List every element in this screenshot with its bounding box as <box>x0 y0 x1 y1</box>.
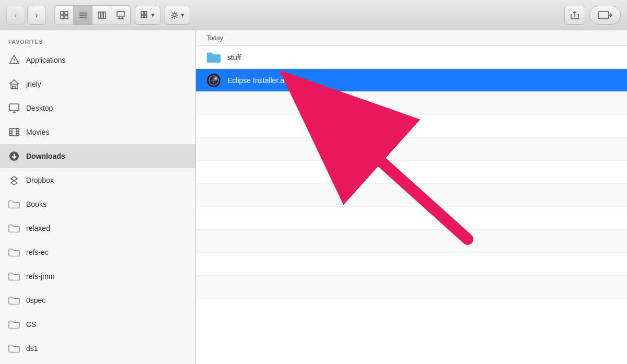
svg-point-32 <box>14 62 15 63</box>
svg-line-26 <box>172 17 173 18</box>
sidebar-item-label-refs-ec: refs-ec <box>26 248 49 256</box>
file-name-stuff: stuff <box>227 53 241 62</box>
folder-icon-0spec <box>8 295 20 306</box>
tag-button[interactable] <box>589 6 621 25</box>
movies-icon <box>8 126 20 138</box>
svg-rect-38 <box>9 128 19 136</box>
svg-marker-48 <box>11 177 17 181</box>
sidebar-item-refs-jmm[interactable]: refs-jmm <box>0 264 195 288</box>
svg-rect-7 <box>98 12 100 18</box>
forward-icon: › <box>35 10 38 20</box>
sidebar-item-label-cs: CS <box>26 320 36 328</box>
folder-icon-refs-jmm <box>8 271 20 282</box>
sidebar-item-label-jriely: jriely <box>26 80 41 88</box>
sidebar-item-label-applications: Applications <box>26 56 66 64</box>
file-row-stuff[interactable]: stuff <box>196 46 627 69</box>
file-row-empty-9 <box>196 276 627 299</box>
svg-rect-28 <box>598 11 609 19</box>
sidebar-item-label-movies: Movies <box>26 128 49 136</box>
toolbar: ‹ › <box>0 0 627 30</box>
folder-icon-cs <box>8 319 20 330</box>
sidebar-item-movies[interactable]: Movies <box>0 120 195 144</box>
sidebar-item-label-dropbox: Dropbox <box>26 176 54 184</box>
file-row-empty-7 <box>196 230 627 253</box>
svg-line-24 <box>176 17 177 18</box>
folder-icon-stuff <box>206 50 221 65</box>
file-name-eclipse: Eclipse Installer.app <box>227 76 293 85</box>
file-row-empty-2 <box>196 115 627 138</box>
svg-rect-14 <box>141 11 144 14</box>
sidebar-item-books[interactable]: Books <box>0 192 195 216</box>
arrange-icon <box>141 11 149 19</box>
svg-rect-16 <box>141 15 144 18</box>
gallery-view-icon <box>117 11 125 19</box>
sidebar-item-label-books: Books <box>26 200 47 208</box>
svg-rect-9 <box>103 12 106 18</box>
file-list: Today stuff <box>196 30 627 364</box>
list-view-icon <box>79 11 87 19</box>
folder-icon-relaxed <box>8 222 20 234</box>
back-button[interactable]: ‹ <box>6 6 25 25</box>
sidebar-item-label-ds1: ds1 <box>26 344 38 353</box>
svg-rect-17 <box>144 15 147 18</box>
sidebar-item-ds1[interactable]: ds1 <box>0 336 195 360</box>
back-icon: ‹ <box>14 10 17 20</box>
svg-rect-15 <box>144 11 147 14</box>
list-view-button[interactable] <box>74 6 92 25</box>
svg-point-18 <box>173 14 176 17</box>
sidebar-item-jriely[interactable]: jriely <box>0 72 195 96</box>
sidebar-item-relaxed[interactable]: relaxed <box>0 216 195 240</box>
sidebar-item-downloads[interactable]: Downloads <box>0 144 195 168</box>
sidebar-section-header: Favorites <box>0 30 195 48</box>
view-mode-buttons <box>54 5 131 25</box>
content-area: Favorites Applications jriely <box>0 30 627 364</box>
sidebar-item-refs-ec[interactable]: refs-ec <box>0 240 195 264</box>
column-view-icon <box>98 11 106 19</box>
sidebar-item-label-refs-jmm: refs-jmm <box>26 272 54 280</box>
file-list-header: Today <box>196 30 627 46</box>
svg-rect-10 <box>117 11 124 16</box>
icon-view-icon <box>60 11 68 19</box>
file-row-empty-8 <box>196 253 627 276</box>
col-name-header: Today <box>206 34 223 42</box>
folder-icon-books <box>8 198 20 210</box>
file-row-empty-5 <box>196 184 627 207</box>
arrange-button[interactable]: ▾ <box>135 6 160 25</box>
sidebar-item-desktop[interactable]: Desktop <box>0 96 195 120</box>
sidebar-item-cs[interactable]: CS <box>0 312 195 336</box>
folder-icon-refs-ec <box>8 246 20 258</box>
home-icon <box>8 78 20 90</box>
sidebar-item-applications[interactable]: Applications <box>0 48 195 72</box>
file-row-empty-1 <box>196 92 627 115</box>
folder-icon-ds1 <box>8 343 20 354</box>
downloads-icon <box>8 150 20 162</box>
svg-line-23 <box>172 13 173 14</box>
svg-rect-8 <box>101 12 103 18</box>
column-view-button[interactable] <box>92 6 111 25</box>
sidebar-item-label-relaxed: relaxed <box>26 224 50 232</box>
arrange-dropdown-icon: ▾ <box>151 11 155 19</box>
sidebar-item-label-0spec: 0spec <box>26 296 45 304</box>
gallery-view-button[interactable] <box>111 6 130 25</box>
file-row-empty-4 <box>196 161 627 184</box>
svg-rect-34 <box>13 86 15 89</box>
svg-rect-35 <box>9 104 19 111</box>
svg-rect-3 <box>65 16 68 19</box>
file-row-eclipse[interactable]: Eclipse Installer.app <box>196 69 627 92</box>
forward-button[interactable]: › <box>27 6 46 25</box>
sidebar: Favorites Applications jriely <box>0 30 196 364</box>
settings-button[interactable]: ▾ <box>165 6 190 25</box>
share-button[interactable] <box>564 6 585 25</box>
eclipse-app-icon <box>206 73 221 88</box>
sidebar-item-label-desktop: Desktop <box>26 104 53 112</box>
nav-btn-group: ‹ › <box>6 6 46 25</box>
sidebar-item-dropbox[interactable]: Dropbox <box>0 168 195 192</box>
sidebar-item-0spec[interactable]: 0spec <box>0 288 195 312</box>
svg-rect-1 <box>65 11 68 15</box>
applications-icon <box>8 54 20 66</box>
icon-view-button[interactable] <box>55 6 74 25</box>
share-icon <box>570 10 579 20</box>
settings-icon <box>170 11 179 19</box>
svg-line-25 <box>176 13 177 14</box>
sidebar-item-label-downloads: Downloads <box>26 152 65 160</box>
